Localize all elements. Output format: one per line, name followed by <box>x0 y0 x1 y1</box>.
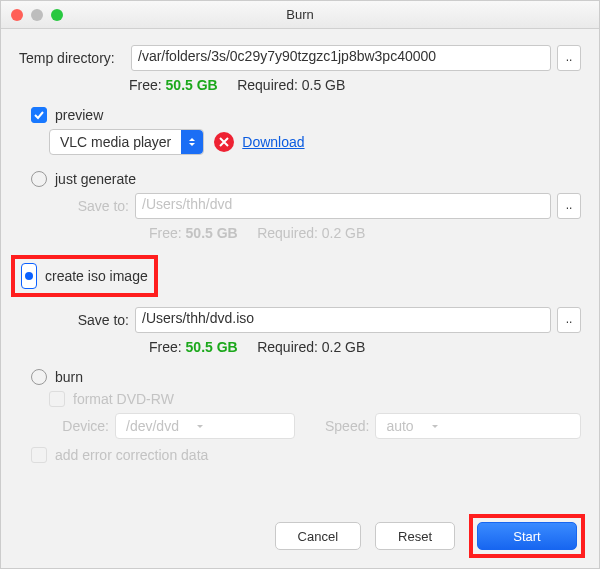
iso-browse-button[interactable]: .. <box>557 307 581 333</box>
iso-required-label: Required: <box>257 339 318 355</box>
iso-save-to-input[interactable]: /Users/thh/dvd.iso <box>135 307 551 333</box>
ecc-checkbox <box>31 447 47 463</box>
preview-checkbox[interactable] <box>31 107 47 123</box>
temp-free-label: Free: <box>129 77 162 93</box>
jg-required-label: Required: <box>257 225 318 241</box>
burn-radio[interactable] <box>31 369 47 385</box>
burn-label: burn <box>55 369 83 385</box>
preview-player-value: VLC media player <box>50 134 181 150</box>
chevron-down-icon <box>189 414 211 438</box>
temp-required-value: 0.5 GB <box>302 77 346 93</box>
titlebar: Burn <box>1 1 599 29</box>
jg-save-to-input: /Users/thh/dvd <box>135 193 551 219</box>
iso-required-value: 0.2 GB <box>322 339 366 355</box>
device-value: /dev/dvd <box>116 418 189 434</box>
speed-select: auto <box>375 413 581 439</box>
jg-save-to-label: Save to: <box>49 198 129 214</box>
start-button[interactable]: Start <box>477 522 577 550</box>
jg-free-label: Free: <box>149 225 182 241</box>
temp-required-label: Required: <box>237 77 298 93</box>
just-generate-label: just generate <box>55 171 136 187</box>
format-dvdrw-label: format DVD-RW <box>73 391 174 407</box>
create-iso-highlight: create iso image <box>11 255 158 297</box>
device-label: Device: <box>49 418 109 434</box>
jg-browse-button: .. <box>557 193 581 219</box>
just-generate-radio[interactable] <box>31 171 47 187</box>
create-iso-radio[interactable] <box>21 263 37 289</box>
speed-label: Speed: <box>325 418 369 434</box>
error-icon <box>214 132 234 152</box>
temp-dir-label: Temp directory: <box>19 50 131 66</box>
reset-button[interactable]: Reset <box>375 522 455 550</box>
create-iso-label: create iso image <box>45 268 148 284</box>
jg-required-value: 0.2 GB <box>322 225 366 241</box>
iso-free-value: 50.5 GB <box>186 339 238 355</box>
chevron-updown-icon <box>181 130 203 154</box>
ecc-label: add error correction data <box>55 447 208 463</box>
burn-dialog-window: Burn Temp directory: /var/folders/3s/0c2… <box>0 0 600 569</box>
iso-save-to-label: Save to: <box>49 312 129 328</box>
jg-free-value: 50.5 GB <box>186 225 238 241</box>
speed-value: auto <box>376 418 423 434</box>
temp-dir-input[interactable]: /var/folders/3s/0c29y7y90tzgzc1jp8bw3pc4… <box>131 45 551 71</box>
device-select: /dev/dvd <box>115 413 295 439</box>
temp-free-value: 50.5 GB <box>166 77 218 93</box>
cancel-button[interactable]: Cancel <box>275 522 361 550</box>
chevron-down-icon <box>424 414 446 438</box>
start-highlight: Start <box>469 514 585 558</box>
temp-dir-browse-button[interactable]: .. <box>557 45 581 71</box>
preview-label: preview <box>55 107 103 123</box>
download-link[interactable]: Download <box>242 134 304 150</box>
format-dvdrw-checkbox <box>49 391 65 407</box>
window-title: Burn <box>1 7 599 22</box>
iso-free-label: Free: <box>149 339 182 355</box>
preview-player-select[interactable]: VLC media player <box>49 129 204 155</box>
